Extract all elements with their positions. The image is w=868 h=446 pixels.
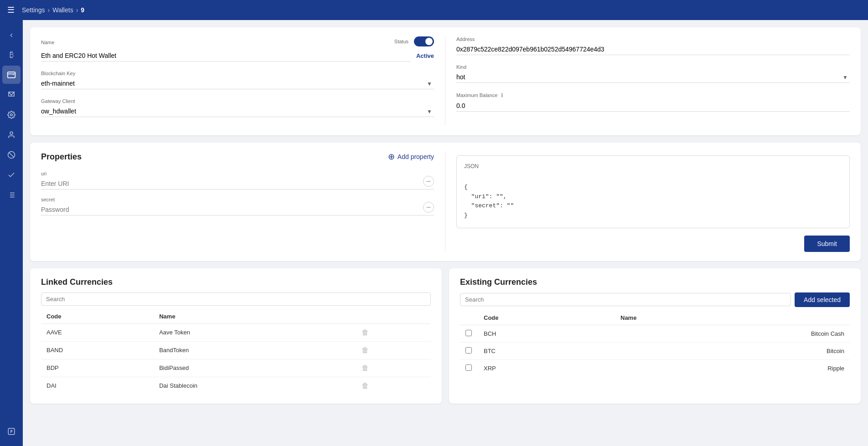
properties-title: Properties	[41, 152, 82, 162]
add-property-icon: ⊕	[388, 152, 395, 162]
status-row: Status	[394, 36, 434, 46]
add-property-label: Add property	[398, 153, 434, 160]
blockchain-key-select-wrapper: eth-mainnet ▼	[41, 78, 434, 89]
existing-name-header: Name	[615, 311, 850, 325]
kind-label: Kind	[456, 64, 850, 70]
status-label: Status	[394, 39, 408, 44]
json-label: JSON	[464, 163, 842, 169]
currency-checkbox-bch[interactable]	[465, 330, 472, 336]
sidebar-item-users[interactable]	[2, 126, 21, 144]
currency-delete-cell: 🗑	[356, 359, 431, 377]
checkbox-cell	[460, 325, 478, 342]
uri-remove-button[interactable]: −	[423, 176, 434, 187]
uri-label: uri	[41, 171, 434, 176]
content-area: Name Status Active Blockchain Key	[23, 20, 868, 446]
currency-delete-cell: 🗑	[356, 341, 431, 359]
breadcrumb-sep-1: ›	[48, 6, 50, 14]
sidebar-item-list[interactable]	[2, 186, 21, 204]
checkbox-cell	[460, 359, 478, 377]
table-row: BAND BandToken 🗑	[41, 341, 431, 359]
currency-code: DAI	[41, 377, 154, 395]
json-panel: JSON { "uri": "", "secret": "" }	[456, 155, 850, 228]
menu-icon[interactable]: ☰	[7, 5, 15, 15]
secret-label: secret	[41, 197, 434, 202]
sidebar-item-export[interactable]	[2, 422, 21, 441]
submit-row: Submit	[456, 236, 850, 252]
table-row: AAVE Aave Token 🗑	[41, 323, 431, 341]
delete-icon[interactable]: 🗑	[362, 346, 369, 354]
linked-search-input[interactable]	[41, 292, 431, 306]
currency-name: Dai Stablecoin	[154, 377, 356, 395]
delete-icon[interactable]: 🗑	[362, 364, 369, 372]
wallet-name-input[interactable]	[41, 50, 411, 62]
add-selected-button[interactable]: Add selected	[795, 292, 850, 307]
status-toggle[interactable]	[414, 36, 434, 46]
currency-code: BDP	[41, 359, 154, 377]
sidebar-item-check[interactable]	[2, 166, 21, 184]
delete-icon[interactable]: 🗑	[362, 382, 369, 390]
gateway-client-label: Gateway Client	[41, 98, 434, 104]
currency-checkbox-xrp[interactable]	[465, 364, 472, 371]
delete-icon[interactable]: 🗑	[362, 328, 369, 336]
gateway-client-group: Gateway Client ow_hdwallet ▼	[41, 98, 434, 117]
wallet-form-right: Address Kind hot ▼	[445, 36, 850, 126]
breadcrumb-id: 9	[81, 6, 84, 14]
max-balance-group: Maximum Balance ℹ	[456, 92, 850, 112]
currency-name: BidiPassed	[154, 359, 356, 377]
svg-rect-0	[8, 72, 16, 78]
name-field-group: Name Status Active	[41, 36, 434, 62]
linked-currencies-title: Linked Currencies	[41, 277, 431, 287]
sidebar-item-collapse[interactable]: ‹	[2, 26, 21, 44]
top-nav: ☰ Settings › Wallets › 9	[0, 0, 868, 20]
table-row: DAI Dai Stablecoin 🗑	[41, 377, 431, 395]
checkbox-cell	[460, 342, 478, 359]
table-row: BTC Bitcoin	[460, 342, 850, 359]
linked-name-header: Name	[154, 309, 356, 324]
submit-button[interactable]: Submit	[804, 236, 850, 252]
json-content: { "uri": "", "secret": "" }	[464, 173, 842, 220]
uri-field-group: uri −	[41, 171, 434, 190]
secret-remove-button[interactable]: −	[423, 202, 434, 213]
kind-group: Kind hot ▼	[456, 64, 850, 83]
properties-card: Properties ⊕ Add property uri −	[30, 143, 861, 261]
sidebar: ‹ ₿	[0, 20, 23, 446]
uri-input[interactable]	[41, 178, 434, 190]
kind-select-wrapper: hot ▼	[456, 72, 850, 83]
kind-select[interactable]: hot	[456, 72, 850, 83]
breadcrumb-sep-2: ›	[76, 6, 78, 14]
breadcrumb: Settings › Wallets › 9	[22, 6, 84, 14]
add-property-button[interactable]: ⊕ Add property	[388, 152, 434, 162]
breadcrumb-wallets[interactable]: Wallets	[52, 6, 73, 14]
svg-point-1	[10, 114, 13, 116]
secret-field-group: secret −	[41, 197, 434, 215]
currency-code: AAVE	[41, 323, 154, 341]
name-label: Name	[41, 40, 54, 45]
gateway-client-select[interactable]: ow_hdwallet	[41, 106, 434, 117]
properties-left: Properties ⊕ Add property uri −	[41, 152, 445, 252]
sidebar-item-cancel[interactable]	[2, 146, 21, 164]
max-balance-input[interactable]	[456, 100, 850, 112]
currency-code: BTC	[478, 342, 615, 359]
secret-input[interactable]	[41, 204, 434, 215]
max-balance-info-icon: ℹ	[501, 92, 503, 98]
sidebar-item-wallets[interactable]	[2, 66, 21, 84]
sidebar-item-settings[interactable]	[2, 106, 21, 124]
existing-currencies-card: Existing Currencies Add selected Code Na…	[449, 268, 861, 404]
address-input[interactable]	[456, 44, 850, 55]
existing-search-input[interactable]	[460, 293, 791, 306]
svg-line-4	[9, 153, 14, 158]
linked-code-header: Code	[41, 309, 154, 324]
linked-search-row	[41, 292, 431, 306]
currency-code: BCH	[478, 325, 615, 342]
blockchain-key-select[interactable]: eth-mainnet	[41, 78, 434, 89]
existing-currencies-title: Existing Currencies	[460, 277, 850, 287]
table-row: XRP Ripple	[460, 359, 850, 377]
sidebar-item-bitcoin[interactable]: ₿	[2, 46, 21, 64]
max-balance-label: Maximum Balance ℹ	[456, 92, 850, 98]
properties-right: JSON { "uri": "", "secret": "" } Submit	[445, 152, 850, 252]
currency-name: BandToken	[154, 341, 356, 359]
status-active-text: Active	[416, 52, 434, 59]
currency-checkbox-btc[interactable]	[465, 347, 472, 354]
sidebar-item-messages[interactable]	[2, 86, 21, 104]
breadcrumb-settings[interactable]: Settings	[22, 6, 45, 14]
